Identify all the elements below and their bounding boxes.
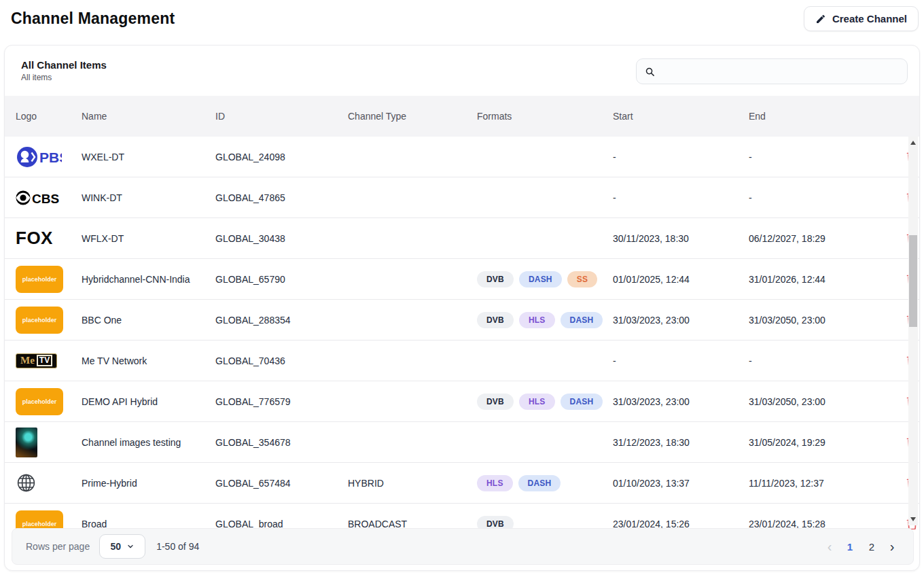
table-row[interactable]: CBS WINK-DTGLOBAL_47865--	[5, 177, 919, 218]
table-scrollbar[interactable]	[908, 137, 918, 525]
format-badge-ss: SS	[567, 271, 597, 288]
svg-text:CBS: CBS	[32, 191, 59, 205]
table-row[interactable]: Channel images testingGLOBAL_35467831/12…	[5, 422, 919, 463]
column-header-id: ID	[215, 111, 348, 122]
format-badge-hls: HLS	[477, 475, 513, 491]
table-row[interactable]: PBS WXEL-DTGLOBAL_24098--	[5, 137, 919, 177]
placeholder-logo: placeholder	[16, 388, 63, 415]
column-header-logo: Logo	[16, 111, 82, 122]
search-icon	[645, 67, 655, 77]
end-date: 31/05/2024, 19:29	[749, 437, 881, 448]
channel-name: Hybridchannel-CNN-India	[82, 274, 215, 285]
start-date: -	[613, 152, 749, 162]
channel-name: WFLX-DT	[82, 233, 215, 244]
start-date: 31/03/2023, 23:00	[613, 315, 749, 326]
channel-logo-cell: placeholder	[16, 307, 82, 334]
table-row[interactable]: placeholderHybridchannel-CNN-IndiaGLOBAL…	[5, 259, 919, 300]
channel-id: GLOBAL_776579	[215, 396, 348, 407]
table-row[interactable]: MeTVMe TV NetworkGLOBAL_70436--	[5, 341, 919, 381]
start-date: 01/01/2025, 12:44	[613, 274, 749, 285]
rows-per-page-value: 50	[110, 541, 121, 552]
channel-name: WXEL-DT	[82, 152, 215, 162]
next-page-button[interactable]: ›	[885, 540, 900, 553]
end-date: 31/01/2026, 12:44	[749, 274, 881, 285]
end-date: -	[749, 355, 881, 366]
start-date: 31/12/2023, 18:30	[613, 437, 749, 448]
rows-per-page-select[interactable]: 50	[99, 534, 145, 559]
column-header-start: Start	[613, 111, 749, 122]
chevron-down-icon	[126, 542, 135, 551]
column-header-name: Name	[82, 111, 215, 122]
search-box[interactable]	[636, 58, 908, 84]
table-row[interactable]: Prime-HybridGLOBAL_657484HYBRIDHLSDASH01…	[5, 463, 919, 504]
table-row[interactable]: FOXWFLX-DTGLOBAL_3043830/11/2023, 18:300…	[5, 218, 919, 259]
end-date: -	[749, 152, 881, 162]
channel-logo-cell	[16, 472, 82, 493]
metv-logo: MeTV	[16, 353, 57, 368]
card-header: All Channel Items All items	[5, 46, 919, 96]
channel-id: GLOBAL_70436	[215, 355, 348, 366]
channel-id: GLOBAL_24098	[215, 152, 348, 162]
format-badge-dvb: DVB	[477, 516, 514, 530]
page-button-2[interactable]: 2	[863, 538, 881, 555]
scrollbar-down-arrow-icon[interactable]	[908, 515, 918, 524]
pencil-icon	[815, 14, 826, 24]
table-body: PBS WXEL-DTGLOBAL_24098-- CBS WINK-DTGLO…	[5, 137, 919, 529]
column-header-formats: Formats	[477, 111, 613, 122]
scrollbar-up-arrow-icon[interactable]	[908, 138, 918, 147]
channel-id: GLOBAL_354678	[215, 437, 348, 448]
channel-name: WINK-DT	[82, 192, 215, 203]
previous-page-button[interactable]: ‹	[822, 540, 837, 553]
format-badge-dvb: DVB	[477, 271, 514, 288]
end-date: 31/03/2050, 23:00	[749, 396, 881, 407]
end-date: 11/11/2023, 12:37	[749, 478, 881, 489]
channel-formats: HLSDASH	[477, 475, 613, 491]
panel-subtitle: All items	[21, 73, 52, 82]
channel-id: GLOBAL_47865	[215, 192, 348, 203]
table-row[interactable]: placeholderBroadGLOBAL_broadBROADCASTDVB…	[5, 504, 919, 529]
start-date: 01/10/2023, 13:37	[613, 478, 749, 489]
channel-logo-cell: placeholder	[16, 510, 82, 530]
placeholder-logo: placeholder	[16, 266, 63, 293]
table-row[interactable]: placeholderBBC OneGLOBAL_288354DVBHLSDAS…	[5, 300, 919, 341]
channel-id: GLOBAL_657484	[215, 478, 348, 489]
format-badge-dash: DASH	[561, 394, 603, 410]
table-row[interactable]: placeholderDEMO API HybridGLOBAL_776579D…	[5, 381, 919, 422]
format-badge-hls: HLS	[519, 394, 555, 410]
end-date: -	[749, 192, 881, 203]
format-badge-dash: DASH	[518, 475, 561, 491]
channel-logo-cell: FOX	[16, 228, 82, 249]
start-date: 30/11/2023, 18:30	[613, 233, 749, 244]
channel-logo-cell: MeTV	[16, 353, 82, 368]
end-date: 06/12/2027, 18:29	[749, 233, 881, 244]
column-header-channel-type: Channel Type	[348, 111, 477, 122]
channel-logo-cell: placeholder	[16, 266, 82, 293]
format-badge-dash: DASH	[561, 312, 603, 328]
pagination-range: 1-50 of 94	[156, 541, 199, 552]
channel-name: Channel images testing	[82, 437, 215, 448]
format-badge-dash: DASH	[519, 271, 562, 288]
create-channel-button[interactable]: Create Channel	[804, 6, 919, 31]
channel-logo-cell: PBS	[16, 145, 82, 169]
channel-logo-cell	[16, 428, 82, 457]
channel-logo-cell: placeholder	[16, 388, 82, 415]
search-input[interactable]	[660, 66, 899, 77]
channel-type: HYBRID	[348, 478, 477, 489]
channel-list-card: All Channel Items All items Logo Name ID…	[4, 45, 920, 571]
channel-formats: DVBHLSDASH	[477, 394, 613, 410]
start-date: 31/03/2023, 23:00	[613, 396, 749, 407]
scrollbar-thumb[interactable]	[909, 235, 917, 327]
pagination-pages: ‹ 12 ›	[822, 538, 900, 555]
channel-id: GLOBAL_288354	[215, 315, 348, 326]
start-date: -	[613, 192, 749, 203]
channel-id: GLOBAL_30438	[215, 233, 348, 244]
pagination-bar: Rows per page 50 1-50 of 94 ‹ 12 ›	[12, 528, 914, 565]
channel-logo-cell: CBS	[16, 189, 82, 207]
channel-formats: DVB	[477, 516, 613, 530]
create-channel-label: Create Channel	[832, 13, 907, 24]
panel-title: All Channel Items	[21, 59, 107, 71]
page-button-1[interactable]: 1	[841, 538, 859, 555]
pbs-logo: PBS	[16, 145, 62, 169]
rows-per-page-label: Rows per page	[26, 541, 90, 552]
channel-id: GLOBAL_65790	[215, 274, 348, 285]
